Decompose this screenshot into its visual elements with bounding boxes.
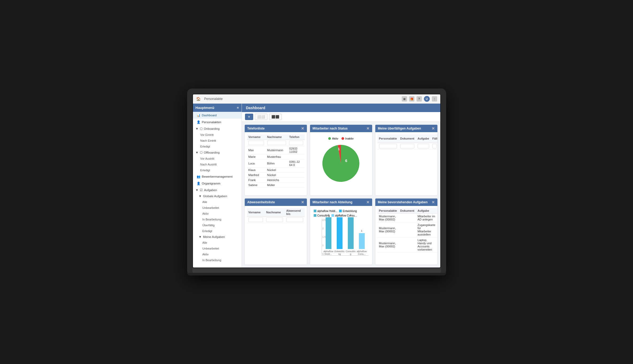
bar-entwicklung: 2 — [337, 217, 343, 249]
col-bev-auf: Aufgabe — [416, 208, 437, 214]
cell-nachname: Mustermann — [266, 146, 288, 154]
sidebar-item-dashboard[interactable]: 📊 Dashboard — [193, 112, 242, 119]
view-btn-1[interactable]: ⬜⬜ — [255, 114, 267, 120]
home-icon[interactable]: 🏠 — [196, 97, 201, 101]
cell-auf: Laptop, Handy und Accounts vorbereiten — [416, 237, 437, 252]
sidebar-item-bewerbermanagement[interactable]: 👥 Bewerbermanagement — [193, 173, 242, 180]
add-button[interactable]: + — [245, 114, 253, 120]
more-menu-icon[interactable]: ⋮ — [432, 96, 437, 102]
bar-group-1: 2 alphaflow Hold... — [323, 217, 334, 255]
cell-pa: Mustermann, Max (00002) — [377, 213, 399, 222]
filter-fael[interactable] — [432, 144, 437, 148]
cell-nachname: Nückel — [266, 173, 288, 178]
table-row[interactable]: MarieMusterfrau — [247, 154, 305, 159]
status-title: Mitarbeiter nach Status — [313, 127, 348, 130]
filter-auf[interactable] — [418, 144, 429, 148]
sidebar-item-nach-austritt[interactable]: Nach Austritt — [193, 162, 242, 167]
bar-label-3: Consulting — [345, 250, 356, 255]
sidebar-item-organigramm[interactable]: 👤 Organigramm — [193, 180, 242, 187]
cell-dok — [399, 222, 416, 237]
abteilung-body: alphaflow Holdi... Entwicklung Consultin… — [310, 206, 372, 265]
filter-dok[interactable] — [400, 144, 414, 148]
toolbar: + ⬜⬜ ⬛⬛ — [242, 112, 440, 122]
pie-chart: 6 1 — [320, 142, 362, 185]
gift-icon[interactable]: 🎁 — [409, 96, 414, 102]
app-title: Personalakte — [204, 97, 223, 101]
ueberfaellig-widget: Meine überfälligen Aufgaben ✕ Personalak… — [375, 125, 438, 196]
personalakten-icon: 👤 — [197, 120, 200, 124]
ueberfaellig-close[interactable]: ✕ — [432, 126, 435, 131]
sidebar-group-globale-aufgaben[interactable]: ▼ Globale Aufgaben — [193, 193, 242, 199]
sidebar-item-alle-1[interactable]: Alle — [193, 199, 242, 205]
sidebar-item-aktiv-1[interactable]: Aktiv — [193, 211, 242, 216]
filter-abw-bis[interactable] — [286, 218, 303, 222]
cell-pa: Mustermann, Max (00002) — [377, 222, 399, 237]
laptop-bottom — [187, 273, 446, 275]
table-row[interactable]: Mustermann, Max (00002)Mitarbeiter im AD… — [377, 213, 437, 222]
sidebar-item-aktiv-2[interactable]: Aktiv — [193, 251, 242, 257]
status-widget: Mitarbeiter nach Status ✕ Aktiv — [310, 125, 372, 196]
sidebar-item-label: Personalakten — [202, 121, 221, 124]
cell-telefon — [288, 183, 304, 188]
telefonliste-close[interactable]: ✕ — [301, 126, 304, 131]
filter-abw-v[interactable] — [248, 218, 263, 222]
filter-nachname[interactable] — [267, 141, 286, 145]
sidebar-item-unbearbeitet-1[interactable]: Unbearbeitet — [193, 205, 242, 211]
sidebar-item-erledigt-2[interactable]: Erledigt — [193, 167, 242, 173]
sidebar-group-aufgaben[interactable]: ▼ ☑ Aufgaben — [193, 187, 242, 193]
bar-group-3: 2 Consulting — [345, 217, 356, 255]
user-avatar[interactable]: U — [424, 96, 430, 102]
chevron-icon-5: ▼ — [199, 235, 202, 238]
pie-label-aktiv: 6 — [345, 159, 347, 163]
table-row[interactable]: ManfredNückel — [247, 173, 305, 178]
bar-group-4: 1 alphaflow Cons... — [357, 233, 367, 255]
table-row[interactable]: Mustermann, Max (00002)Zugangskarte für … — [377, 222, 437, 237]
sidebar-item-in-bearbeitung-2[interactable]: In Bearbeitung — [193, 257, 242, 263]
filter-abw-n[interactable] — [266, 218, 283, 222]
sidebar-group-offboarding[interactable]: ▼ ⬡ Offboarding — [193, 149, 242, 156]
abteilung-close[interactable]: ✕ — [366, 200, 369, 204]
sidebar-item-erledigt-3[interactable]: Erledigt — [193, 228, 242, 234]
filter-pa[interactable] — [379, 144, 397, 148]
view-btn-2[interactable]: ⬛⬛ — [269, 114, 282, 120]
sidebar-item-erledigt-1[interactable]: Erledigt — [193, 144, 242, 149]
sidebar-item-alle-2[interactable]: Alle — [193, 240, 242, 246]
table-row[interactable]: MaxMustermann02933 11002 — [247, 146, 305, 154]
abwesenheit-close[interactable]: ✕ — [301, 200, 304, 204]
status-close[interactable]: ✕ — [366, 126, 369, 131]
table-row[interactable]: LucaBöhm0391 22 64 0 — [247, 159, 305, 168]
vor-austritt-label: Vor Austritt — [200, 157, 214, 160]
sidebar-item-vor-austritt[interactable]: Vor Austritt — [193, 156, 242, 162]
sidebar-item-ueberfaellig[interactable]: Überfällig — [193, 222, 242, 228]
sidebar-menu-icon[interactable]: ≡ — [237, 106, 239, 110]
bar-chart-container: alphaflow Holdi... Entwicklung Consultin… — [312, 208, 370, 257]
filter-vorname[interactable] — [248, 141, 264, 145]
table-row[interactable]: FrankHeinrichs — [247, 178, 305, 183]
bewerbermanagement-icon: 👥 — [197, 175, 200, 178]
bevorstehend-close[interactable]: ✕ — [432, 200, 435, 204]
ueberfaellig-header: Meine überfälligen Aufgaben ✕ — [375, 125, 437, 132]
bar-val-1: 2 — [328, 214, 329, 216]
bar-label-2: Entwicklung — [334, 250, 345, 255]
sidebar-item-personalakten[interactable]: 👤 Personalakten — [193, 119, 242, 126]
dashboard-grid: Telefonliste ✕ Vorname Nachname Telefon — [242, 122, 440, 268]
table-row[interactable]: Mustermann, Max (00002)Laptop, Handy und… — [377, 237, 437, 252]
cell-auf: Zugangskarte für Mitarbeiter ausstellen — [416, 222, 437, 237]
col-abw-v: Vorname — [247, 208, 265, 217]
sidebar-group-onboarding[interactable]: ▼ ⬡ Onboarding — [193, 126, 242, 132]
grid-icon[interactable]: ⊞ — [402, 96, 407, 102]
filter-telefon[interactable] — [289, 141, 303, 145]
sidebar-group-label-3: Aufgaben — [204, 188, 217, 192]
sidebar-group-meine-aufgaben[interactable]: ▼ Meine Aufgaben — [193, 234, 242, 240]
sidebar-item-vor-eintritt[interactable]: Vor Eintritt — [193, 132, 242, 138]
col-bev-dok: Dokument — [399, 208, 416, 214]
sidebar-item-nach-eintritt[interactable]: Nach Eintritt — [193, 138, 242, 144]
table-row[interactable]: KlausNückel — [247, 168, 305, 173]
sidebar-item-in-bearbeitung-1[interactable]: In Bearbeitung — [193, 216, 242, 222]
legend-inaktiv: Inaktiv — [341, 137, 354, 140]
help-icon[interactable]: ? — [417, 96, 422, 102]
table-row[interactable]: SabineMüller — [247, 183, 305, 188]
sidebar-item-unbearbeitet-2[interactable]: Unbearbeitet — [193, 246, 242, 251]
cell-fael: 25.12 — [437, 222, 437, 237]
bar-val-4: 1 — [361, 229, 362, 232]
